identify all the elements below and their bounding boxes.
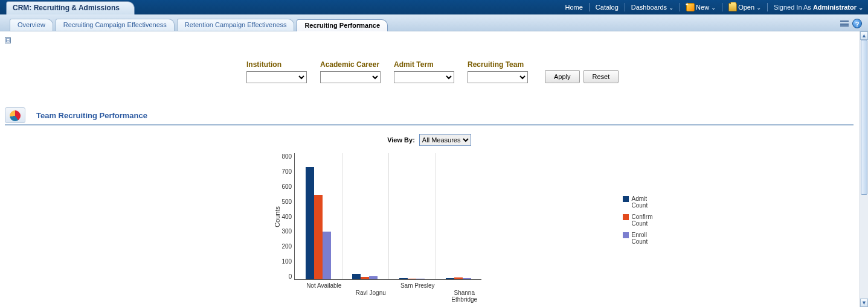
vertical-scrollbar[interactable]: ▲ ▼ bbox=[860, 31, 868, 307]
apply-button[interactable]: Apply bbox=[545, 70, 580, 83]
nav-dashboards[interactable]: Dashboards bbox=[629, 4, 676, 11]
chart-ylabel: Counts bbox=[272, 206, 282, 227]
tab-overview[interactable]: Overview bbox=[10, 19, 53, 31]
help-icon[interactable]: ? bbox=[852, 19, 862, 28]
scroll-down-icon[interactable]: ▼ bbox=[860, 299, 868, 307]
filter-academic-career: Academic Career bbox=[320, 60, 381, 83]
page-content: ⊟ Institution Academic Career Admit Term… bbox=[0, 31, 860, 307]
recruiting-bar-chart: Counts 8007006005004003002001000 Not Ava… bbox=[272, 153, 587, 307]
scroll-track[interactable] bbox=[860, 40, 868, 299]
filter-recruiting-team-select[interactable] bbox=[468, 71, 528, 83]
app-title-tab: CRM: Recruiting & Admissions bbox=[6, 1, 135, 14]
reset-button[interactable]: Reset bbox=[583, 70, 619, 83]
filter-institution-label: Institution bbox=[246, 60, 307, 69]
view-by-select[interactable]: All Measures bbox=[419, 134, 471, 146]
page-options-icon[interactable] bbox=[840, 21, 849, 27]
scroll-up-icon[interactable]: ▲ bbox=[860, 31, 868, 40]
chart-yaxis: 8007006005004003002001000 bbox=[282, 153, 295, 280]
chart-legend: Admit CountConfirm CountEnroll Count bbox=[623, 195, 652, 250]
nav-open[interactable]: Open bbox=[726, 3, 764, 11]
filter-institution-select[interactable] bbox=[246, 71, 307, 83]
signed-in-label: Signed In As Administrator bbox=[771, 4, 863, 11]
filter-institution: Institution bbox=[246, 60, 307, 83]
filter-admit-term-label: Admit Term bbox=[394, 60, 454, 69]
tab-recruiting-performance[interactable]: Recruiting Performance bbox=[297, 19, 388, 31]
prompt-filters: Institution Academic Career Admit Term R… bbox=[246, 60, 854, 83]
filter-admit-term-select[interactable] bbox=[394, 71, 454, 83]
view-by-label: View By: bbox=[387, 136, 415, 144]
pie-chart-icon bbox=[5, 107, 25, 123]
filter-academic-career-select[interactable] bbox=[320, 71, 381, 83]
tab-recruiting-campaign[interactable]: Recruiting Campaign Effectiveness bbox=[56, 19, 175, 31]
open-folder-icon bbox=[728, 3, 737, 11]
nav-catalog[interactable]: Catalog bbox=[593, 4, 621, 11]
new-icon bbox=[686, 3, 695, 11]
collapse-toggle[interactable]: ⊟ bbox=[5, 37, 11, 43]
user-menu[interactable]: Administrator bbox=[813, 4, 863, 11]
chart-xaxis: Not AvailableRavi JognuSam PresleyShanna… bbox=[301, 280, 488, 296]
nav-new[interactable]: New bbox=[684, 3, 718, 11]
filter-admit-term: Admit Term bbox=[394, 60, 454, 83]
global-nav: Home Catalog Dashboards New Open Signed … bbox=[563, 0, 868, 14]
section-title: Team Recruiting Performance bbox=[36, 111, 147, 120]
top-header: CRM: Recruiting & Admissions Home Catalo… bbox=[0, 0, 868, 14]
nav-home[interactable]: Home bbox=[563, 4, 585, 11]
chart-plot-area bbox=[294, 153, 481, 280]
scroll-thumb[interactable] bbox=[861, 40, 867, 195]
dashboard-tabs: Overview Recruiting Campaign Effectivene… bbox=[0, 14, 868, 31]
tab-retention-campaign[interactable]: Retention Campaign Effectiveness bbox=[177, 19, 295, 31]
team-recruiting-section: Team Recruiting Performance View By: All… bbox=[5, 107, 854, 307]
filter-recruiting-team: Recruiting Team bbox=[468, 60, 528, 83]
filter-academic-career-label: Academic Career bbox=[320, 60, 381, 69]
filter-recruiting-team-label: Recruiting Team bbox=[468, 60, 528, 69]
view-by-row: View By: All Measures bbox=[5, 134, 854, 146]
